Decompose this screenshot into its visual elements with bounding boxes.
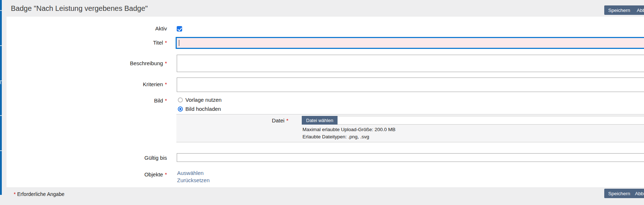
- required-asterisk: *: [165, 171, 167, 177]
- required-asterisk: *: [165, 97, 167, 104]
- required-asterisk: *: [165, 39, 167, 46]
- sidebar-edge: t: [0, 0, 2, 195]
- beschreibung-label: Beschreibung*: [7, 60, 167, 67]
- required-asterisk: *: [14, 191, 16, 197]
- header: Badge "Nach Leistung vergebenes Badge" S…: [2, 0, 644, 17]
- titel-label: Titel*: [7, 39, 167, 46]
- file-upload-panel: Datei* Datei wählen Maximal erlaubte Upl…: [176, 114, 644, 142]
- file-choose-button[interactable]: Datei wählen: [302, 116, 338, 125]
- required-asterisk: *: [165, 81, 167, 87]
- kriterien-label: Kriterien*: [7, 81, 167, 88]
- aktiv-label: Aktiv: [7, 25, 167, 32]
- cancel-button-bottom[interactable]: Abbrechen: [631, 189, 644, 198]
- sidebar-separator: [0, 115, 2, 116]
- sidebar-clipped-label: t: [0, 80, 2, 85]
- datei-label: Datei*: [176, 118, 288, 124]
- upload-max-size-hint: Maximal erlaubte Upload-Größe: 200.0 MB: [302, 127, 395, 133]
- save-button-bottom[interactable]: Speichern: [604, 189, 634, 198]
- gueltig-bis-label: Gültig bis: [7, 155, 167, 161]
- page-title: Badge "Nach Leistung vergebenes Badge": [11, 0, 148, 17]
- cancel-button-top[interactable]: Abbrechen: [633, 5, 644, 15]
- gueltig-bis-input[interactable]: [177, 153, 644, 162]
- badge-edit-screen: t Badge "Nach Leistung vergebenes Badge"…: [0, 0, 644, 205]
- titel-input[interactable]: [176, 37, 644, 49]
- file-input-field[interactable]: [302, 116, 644, 125]
- required-asterisk: *: [165, 60, 167, 66]
- save-button-top[interactable]: Speichern: [604, 5, 634, 15]
- badge-form: Aktiv Titel* Beschreibung* Kriterien* Bi…: [7, 17, 644, 187]
- required-note: *Erforderliche Angabe: [14, 191, 64, 197]
- bild-option-hochladen[interactable]: Bild hochladen: [178, 106, 221, 113]
- footer: *Erforderliche Angabe Speichern Abbreche…: [2, 187, 644, 205]
- objekte-reset-link[interactable]: Zurücksetzen: [177, 177, 210, 183]
- allowed-filetypes-hint: Erlaubte Dateitypen: .png, .svg: [302, 134, 369, 140]
- text-cursor: [179, 40, 179, 46]
- radio-label: Bild hochladen: [185, 106, 221, 112]
- required-asterisk: *: [286, 117, 288, 124]
- objekte-label: Objekte*: [7, 171, 167, 178]
- bild-label: Bild*: [7, 97, 167, 104]
- radio-unselected-icon[interactable]: [178, 97, 183, 102]
- aktiv-checkbox[interactable]: [177, 26, 182, 32]
- objekte-select-link[interactable]: Auswählen: [177, 170, 203, 176]
- beschreibung-textarea[interactable]: [177, 55, 644, 72]
- bild-option-vorlage[interactable]: Vorlage nutzen: [178, 97, 222, 104]
- sidebar-separator: [0, 10, 2, 11]
- kriterien-textarea[interactable]: [177, 78, 644, 92]
- sidebar-separator: [0, 150, 2, 151]
- radio-selected-icon[interactable]: [178, 106, 183, 112]
- sidebar-separator: [0, 45, 2, 46]
- radio-label: Vorlage nutzen: [185, 97, 222, 103]
